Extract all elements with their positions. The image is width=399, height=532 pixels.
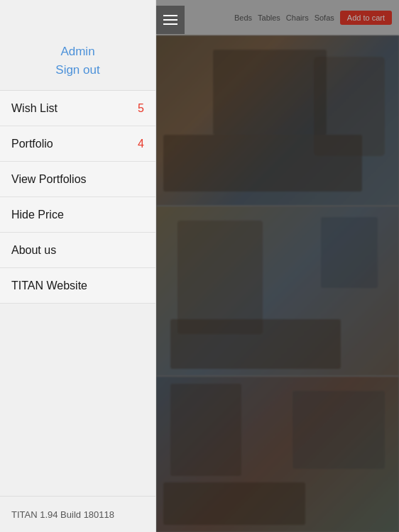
menu-bar-2 [163,19,177,21]
menu-item-label-1: Portfolio [11,138,53,150]
menu-item-label-4: About us [11,244,56,257]
hamburger-menu-button[interactable] [156,6,185,34]
menu-item-label-5: TITAN Website [11,279,87,292]
sidebar-menu-item-2[interactable]: View Portfolios [0,162,155,197]
menu-item-label-0: Wish List [11,102,58,115]
version-label: TITAN 1.94 Build 180118 [11,509,114,520]
sidebar-menu-item-4[interactable]: About us [0,233,155,268]
sidebar: Admin Sign out Wish List5Portfolio4View … [0,0,156,532]
sidebar-footer: TITAN 1.94 Build 180118 [0,496,155,532]
overlay [156,0,399,532]
menu-item-label-3: Hide Price [11,209,64,221]
menu-bar-3 [163,23,177,25]
menu-item-badge-1: 4 [138,138,144,150]
sidebar-menu-item-1[interactable]: Portfolio4 [0,126,155,162]
menu-item-label-2: View Portfolios [11,173,87,186]
sidebar-menu-item-3[interactable]: Hide Price [0,197,155,233]
sidebar-header: Admin Sign out [0,0,155,91]
admin-link[interactable]: Admin [60,43,94,61]
sidebar-menu-item-5[interactable]: TITAN Website [0,268,155,304]
signout-link[interactable]: Sign out [55,61,99,79]
sidebar-menu-item-0[interactable]: Wish List5 [0,91,155,126]
menu-bar-1 [163,15,177,16]
sidebar-menu: Wish List5Portfolio4View PortfoliosHide … [0,91,155,496]
menu-item-badge-0: 5 [138,102,144,115]
